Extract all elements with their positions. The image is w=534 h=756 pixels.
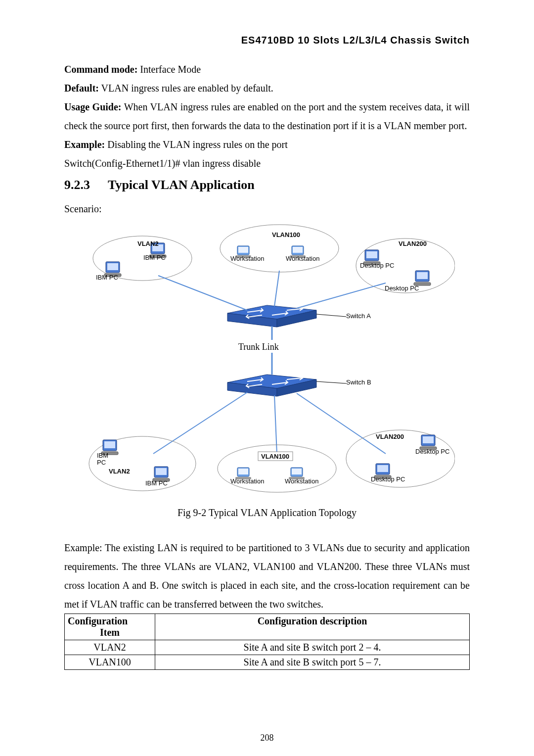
text-command-mode: Interface Mode: [137, 64, 201, 75]
svg-line-25: [297, 393, 386, 454]
heading-number: 9.2.3: [64, 178, 108, 192]
vlan100-label: VLAN100: [261, 453, 289, 460]
running-header: ES4710BD 10 Slots L2/L3/L4 Chassis Switc…: [64, 35, 470, 46]
cell-desc: Site A and site B switch port 5 – 7.: [155, 655, 470, 670]
ibmpc-label: IBM PC: [96, 274, 118, 281]
section-heading: 9.2.3Typical VLAN Application: [64, 178, 470, 192]
svg-line-23: [153, 392, 247, 454]
scenario-label: Scenario:: [64, 199, 470, 218]
table-header-row: Configuration Item Configuration descrip…: [65, 614, 470, 640]
ibmpc-label: IBM PC: [145, 479, 168, 487]
para-default: Default: VLAN ingress rules are enabled …: [64, 79, 470, 97]
workstation-label: Workstation: [230, 255, 264, 262]
config-table: Configuration Item Configuration descrip…: [64, 614, 470, 670]
svg-line-22: [316, 381, 346, 383]
desktop-label: Desktop PC: [371, 475, 405, 483]
label-example: Example:: [64, 139, 105, 150]
para-example: Example: Disabling the VLAN ingress rule…: [64, 135, 470, 154]
desktop-label: Desktop PC: [415, 448, 449, 455]
workstation-label: Workstation: [286, 255, 319, 262]
page: ES4710BD 10 Slots L2/L3/L4 Chassis Switc…: [0, 0, 534, 756]
label-command-mode: Command mode:: [64, 64, 137, 75]
desktop-label: Desktop PC: [385, 284, 419, 292]
trunk-link-label: Trunk Link: [238, 342, 279, 352]
svg-line-19: [316, 314, 346, 317]
figure-caption: Fig 9-2 Typical VLAN Application Topolog…: [64, 507, 470, 519]
cell-item: VLAN100: [65, 655, 155, 670]
svg-line-18: [297, 283, 386, 308]
heading-text: Typical VLAN Application: [108, 178, 255, 192]
switch-a-label: Switch A: [346, 312, 371, 320]
th-line1: Configuration: [68, 615, 152, 627]
code-line: Switch(Config-Ethernet1/1)# vlan ingress…: [64, 154, 470, 173]
table-row: VLAN100 Site A and site B switch port 5 …: [65, 655, 470, 670]
para-command-mode: Command mode: Interface Mode: [64, 60, 470, 79]
text-usage-guide: When VLAN ingress rules are enabled on t…: [64, 101, 470, 131]
label-usage-guide: Usage Guide:: [64, 101, 122, 112]
vlan2-label: VLAN2: [137, 240, 159, 247]
switch-b-label: Switch B: [346, 378, 371, 386]
vlan2-label: VLAN2: [109, 468, 130, 475]
switch-b-icon: [227, 375, 316, 396]
ibm-label: IBM: [97, 452, 108, 459]
para-usage-guide: Usage Guide: When VLAN ingress rules are…: [64, 97, 470, 135]
desktop-label: Desktop PC: [360, 262, 394, 269]
text-example: Disabling the VLAN ingress rules on the …: [105, 139, 288, 150]
topology-diagram: VLAN2 IBM PC IBM PC VLAN100 Workstation …: [79, 221, 455, 498]
text-default: VLAN ingress rules are enabled by defaul…: [99, 83, 273, 94]
vlan200-label: VLAN200: [399, 240, 427, 247]
ibmpc-label: IBM PC: [143, 254, 166, 261]
switch-a-icon: [227, 305, 316, 327]
pc-label: PC: [97, 459, 106, 466]
th-config-item: Configuration Item: [65, 614, 155, 640]
desktop-pc-icon: [414, 271, 431, 285]
para-example2: Example: The existing LAN is required to…: [64, 538, 470, 614]
table-row: VLAN2 Site A and site B switch port 2 – …: [65, 640, 470, 655]
label-default: Default:: [64, 83, 99, 94]
vlan100-label: VLAN100: [272, 231, 300, 238]
th-line2: Item: [68, 627, 152, 638]
svg-line-16: [158, 276, 247, 310]
cell-desc: Site A and site B switch port 2 – 4.: [155, 640, 470, 655]
cell-item: VLAN2: [65, 640, 155, 655]
svg-line-17: [274, 271, 279, 306]
figure-wrap: VLAN2 IBM PC IBM PC VLAN100 Workstation …: [64, 221, 470, 498]
workstation-label: Workstation: [285, 477, 318, 485]
vlan200-label: VLAN200: [376, 433, 404, 440]
th-config-desc: Configuration description: [155, 614, 470, 640]
workstation-label: Workstation: [230, 477, 264, 485]
page-number: 208: [0, 733, 534, 743]
